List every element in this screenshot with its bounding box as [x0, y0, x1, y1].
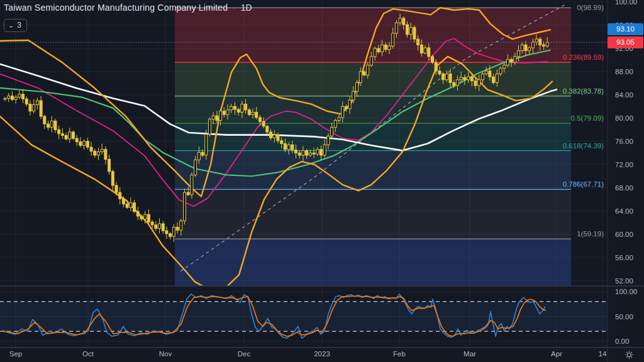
fib-level-label: 0.618(74.39)	[563, 142, 604, 150]
price-tick-label: 72.00	[615, 161, 633, 168]
price-tick-label: 64.00	[615, 207, 633, 215]
gear-icon	[625, 350, 634, 359]
price-tick-label: 80.00	[615, 114, 633, 122]
osc-tick-label: 0.00	[615, 337, 629, 345]
indicators-collapsed-chip[interactable]: ⌄ 3	[4, 19, 27, 32]
time-tick-label: Dec	[238, 350, 251, 358]
time-tick-label: Nov	[159, 350, 172, 358]
time-tick-label: Apr	[551, 350, 562, 358]
time-tick-label: Oct	[82, 350, 94, 358]
title-separator: ·	[233, 3, 235, 13]
fib-level-label: 0.382(83.78)	[563, 87, 604, 95]
fib-zones	[175, 8, 571, 286]
osc-tick-label: 100.00	[615, 288, 637, 295]
price-tick-label: 60.00	[615, 231, 633, 238]
price-tick-label: 56.00	[615, 254, 633, 261]
indicator-count: 3	[17, 21, 21, 30]
interval-label[interactable]: 1D	[241, 3, 252, 13]
osc-tick-label: 50.00	[615, 313, 633, 321]
chart-legend-header: Taiwan Semiconductor Manufacturing Compa…	[4, 3, 252, 13]
price-tick-label: 68.00	[615, 184, 633, 192]
time-tick-label: 2023	[314, 350, 330, 358]
price-badge-last[interactable]: 93.05	[608, 36, 643, 48]
fib-level-label: 0.786(67.71)	[563, 180, 604, 188]
fib-level-label: 1(59.19)	[577, 230, 604, 238]
chevron-down-icon[interactable]: ⌄	[8, 22, 14, 28]
price-tick-label: 52.00	[615, 277, 633, 285]
time-tick-label: Mar	[464, 350, 476, 358]
fib-level-label: 0.236(89.59)	[563, 53, 604, 61]
time-tick-label: Feb	[393, 350, 406, 358]
symbol-title[interactable]: Taiwan Semiconductor Manufacturing Compa…	[4, 3, 228, 13]
price-tick-label: 100.00	[615, 0, 637, 6]
price-badge-bid[interactable]: 93.10	[608, 23, 643, 35]
timezone-settings-button[interactable]	[623, 348, 635, 361]
fib-level-label: 0(98.99)	[577, 4, 604, 11]
fib-level-label: 0.5(79.09)	[571, 114, 604, 122]
time-tick-label: 14	[599, 350, 607, 358]
price-tick-label: 84.00	[615, 91, 633, 99]
chart-window: 0(98.99)0.236(89.59)0.382(83.78)0.5(79.0…	[0, 0, 644, 362]
price-tick-label: 88.00	[615, 68, 633, 75]
chart-canvas[interactable]: 0(98.99)0.236(89.59)0.382(83.78)0.5(79.0…	[0, 0, 644, 362]
time-tick-label: Sep	[9, 350, 22, 358]
price-tick-label: 76.00	[615, 138, 633, 145]
